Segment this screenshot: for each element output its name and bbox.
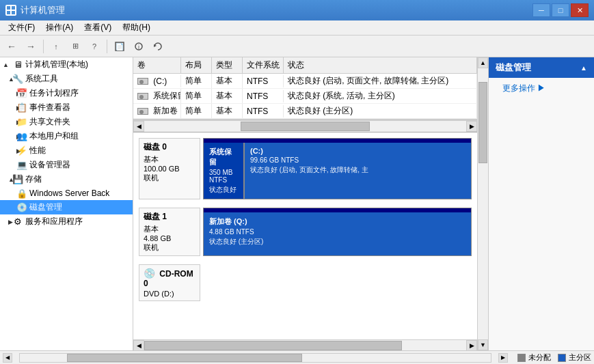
computer-icon: 🖥: [12, 59, 23, 70]
legend-unallocated: 未分配: [517, 352, 551, 363]
v-scroll-track[interactable]: [478, 68, 488, 339]
legend-unallocated-box: [517, 354, 526, 362]
svg-rect-0: [7, 6, 10, 10]
v-scroll-thumb[interactable]: [478, 82, 487, 163]
forward-button[interactable]: →: [22, 38, 40, 55]
disk-0-partition-system[interactable]: 系统保留 350 MB NTFS 状态良好 (系统, 注: [204, 143, 245, 199]
close-button[interactable]: ✕: [571, 3, 589, 17]
grid-button[interactable]: ⊞: [66, 38, 84, 55]
disk-0-partition-system-status: 状态良好 (系统, 注: [209, 185, 238, 195]
export-button[interactable]: 📄: [111, 38, 129, 55]
toolbar-separator-1: [43, 40, 44, 53]
disk-0-info: 磁盘 0 基本 100.00 GB 联机: [139, 138, 200, 199]
legend-primary-label: 主分区: [569, 352, 591, 363]
disk-1-partitions: 新加卷 (Q:) 4.88 GB NTFS 状态良好 (主分区): [203, 208, 472, 256]
disk-1-partition-row: 新加卷 (Q:) 4.88 GB NTFS 状态良好 (主分区): [204, 212, 471, 255]
actions-collapse-arrow[interactable]: ▲: [580, 64, 587, 72]
more-actions-arrow: ▶: [537, 83, 545, 93]
sidebar-h-scroll-thumb[interactable]: [67, 354, 303, 362]
sidebar-item-windows-backup[interactable]: 🔒 Windows Server Back: [0, 186, 133, 200]
h-scroll-thumb[interactable]: [241, 122, 369, 131]
tree-arrow-perf: ▶: [3, 148, 16, 154]
help-button[interactable]: ?: [85, 38, 103, 55]
sidebar-item-local-users[interactable]: ▶ 👥 本地用户和组: [0, 129, 133, 143]
menu-help[interactable]: 帮助(H): [117, 20, 156, 35]
sidebar-label-services: 服务和应用程序: [25, 216, 83, 227]
table-row[interactable]: 系统保留 简单 基本 NTFS 状态良好 (系统, 活动, 主分区): [133, 89, 477, 104]
up-button[interactable]: ↑: [47, 38, 65, 55]
disk-1-size: 4.88 GB: [144, 234, 195, 242]
menu-action[interactable]: 操作(A): [40, 20, 79, 35]
v-scroll-down[interactable]: ▼: [478, 339, 488, 350]
sidebar-item-disk-management[interactable]: 💿 磁盘管理: [0, 200, 133, 214]
v-scroll-up[interactable]: ▲: [478, 57, 488, 68]
svg-rect-3: [12, 11, 15, 14]
v-scrollbar[interactable]: ▲ ▼: [477, 57, 488, 350]
storage-icon: 💾: [12, 174, 23, 185]
h-scroll-right[interactable]: ▶: [466, 121, 477, 132]
sidebar-item-system-tools[interactable]: ▲ 🔧 系统工具: [0, 72, 133, 86]
event-viewer-icon: 📋: [16, 102, 27, 113]
refresh-button[interactable]: [149, 38, 167, 55]
back-button[interactable]: ←: [3, 38, 21, 55]
right-panel: 卷 布局 类型 文件系统 状态 (C:) 简单 基本: [133, 57, 594, 350]
sidebar-label-users: 本地用户和组: [29, 130, 79, 142]
action-more[interactable]: 更多操作 ▶: [489, 81, 594, 96]
menu-file[interactable]: 文件(F): [3, 20, 40, 35]
sidebar-label-storage: 存储: [25, 173, 42, 185]
legend-unallocated-label: 未分配: [528, 352, 551, 363]
table-body: (C:) 简单 基本 NTFS 状态良好 (启动, 页面文件, 故障转储, 主分…: [133, 74, 477, 120]
sidebar-item-event-viewer[interactable]: ▶ 📋 事件查看器: [0, 100, 133, 115]
table-row[interactable]: 新加卷 ... 简单 基本 NTFS 状态良好 (主分区): [133, 104, 477, 119]
sidebar-h-scroll-right[interactable]: ▶: [498, 353, 508, 363]
legend-primary: 主分区: [558, 352, 591, 363]
disk-h-scrollbar[interactable]: ◀ ▶: [133, 339, 477, 350]
td-layout-new: 简单: [181, 104, 212, 118]
sidebar: ▲ 🖥 计算机管理(本地) ▲ 🔧 系统工具 ▶ 📅 任务计划程序 ▶ 📋 事件…: [0, 57, 133, 350]
disk-0-size: 100.00 GB: [144, 165, 195, 173]
properties-button[interactable]: i: [130, 38, 148, 55]
th-filesystem[interactable]: 文件系统: [243, 57, 284, 73]
legend-primary-box: [558, 354, 566, 362]
disk-0-partition-c-name: (C:): [250, 147, 465, 155]
disk-block-1: 磁盘 1 基本 4.88 GB 联机 新加卷 (Q:) 4.88 GB NTFS: [139, 208, 472, 256]
disk-0-partition-c[interactable]: (C:) 99.66 GB NTFS 状态良好 (启动, 页面文件, 故障转储,…: [245, 143, 471, 199]
window-controls: ─ □ ✕: [532, 3, 589, 17]
table-row[interactable]: (C:) 简单 基本 NTFS 状态良好 (启动, 页面文件, 故障转储, 主分…: [133, 74, 477, 89]
content-split: 卷 布局 类型 文件系统 状态 (C:) 简单 基本: [133, 57, 477, 350]
sidebar-h-scroll-track[interactable]: [19, 353, 491, 363]
td-vol-sys: 系统保留: [133, 89, 181, 103]
disk-h-scroll-track[interactable]: [144, 340, 466, 351]
table-h-scrollbar[interactable]: ◀ ▶: [133, 120, 477, 131]
disk-h-scroll-thumb[interactable]: [144, 341, 402, 350]
shared-folders-icon: 📁: [16, 117, 27, 128]
maximize-button[interactable]: □: [552, 3, 569, 17]
td-status-new: 状态良好 (主分区): [284, 104, 477, 118]
disk-h-scroll-left[interactable]: ◀: [133, 340, 144, 351]
table-header: 卷 布局 类型 文件系统 状态: [133, 57, 477, 74]
th-layout[interactable]: 布局: [181, 57, 212, 73]
sidebar-h-scroll-left[interactable]: ◀: [3, 353, 12, 363]
td-layout-c: 简单: [181, 74, 212, 88]
th-status[interactable]: 状态: [284, 57, 477, 73]
sidebar-item-device-manager[interactable]: 💻 设备管理器: [0, 158, 133, 172]
th-type[interactable]: 类型: [212, 57, 243, 73]
disk-1-partition-q[interactable]: 新加卷 (Q:) 4.88 GB NTFS 状态良好 (主分区): [204, 212, 471, 255]
toolbar: ← → ↑ ⊞ ? 📄 i: [0, 36, 594, 57]
cdrom-block: 💿 CD-ROM 0 DVD (D:): [139, 264, 472, 301]
disk-h-scroll-right[interactable]: ▶: [466, 340, 477, 351]
sidebar-item-root[interactable]: ▲ 🖥 计算机管理(本地): [0, 57, 133, 72]
h-scroll-left[interactable]: ◀: [133, 121, 144, 132]
td-layout-sys: 简单: [181, 89, 212, 103]
sidebar-item-performance[interactable]: ▶ ⚡ 性能: [0, 143, 133, 158]
sidebar-item-task-scheduler[interactable]: ▶ 📅 任务计划程序: [0, 86, 133, 100]
cdrom-type: DVD (D:): [144, 290, 195, 298]
title-bar: 计算机管理 ─ □ ✕: [0, 0, 594, 20]
minimize-button[interactable]: ─: [532, 3, 550, 17]
sidebar-item-storage[interactable]: ▲ 💾 存储: [0, 172, 133, 186]
sidebar-item-shared-folders[interactable]: ▶ 📁 共享文件夹: [0, 115, 133, 129]
h-scroll-track[interactable]: [144, 121, 466, 132]
sidebar-item-services[interactable]: ▶ ⚙ 服务和应用程序: [0, 214, 133, 229]
th-volume[interactable]: 卷: [133, 57, 181, 73]
menu-view[interactable]: 查看(V): [79, 20, 117, 35]
